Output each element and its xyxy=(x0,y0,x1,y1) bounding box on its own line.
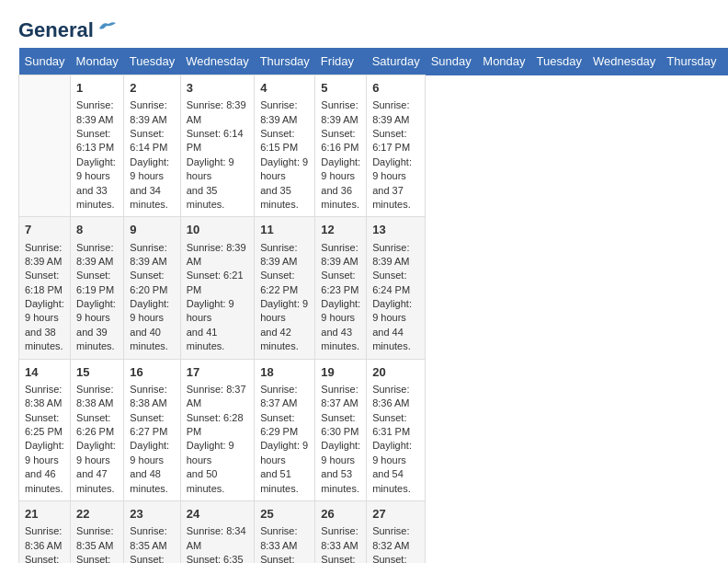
day-info: Sunset: 6:13 PM xyxy=(76,127,118,155)
day-number: 17 xyxy=(187,364,248,381)
day-info: Sunrise: 8:38 AM xyxy=(76,383,118,411)
day-info: Sunrise: 8:33 AM xyxy=(260,524,309,553)
calendar-cell: 1Sunrise: 8:39 AMSunset: 6:13 PMDaylight… xyxy=(71,75,124,217)
day-info: Sunrise: 8:35 AM xyxy=(130,524,174,553)
calendar-cell: 3Sunrise: 8:39 AMSunset: 6:14 PMDaylight… xyxy=(180,75,254,217)
col-header-thursday: Thursday xyxy=(661,48,722,75)
day-info: Daylight: 9 hours xyxy=(130,439,174,467)
day-info: and 39 minutes. xyxy=(76,326,118,354)
day-number: 12 xyxy=(321,222,360,238)
col-header-wednesday: Wednesday xyxy=(180,48,254,75)
day-number: 1 xyxy=(76,80,118,97)
day-info: Sunset: 6:35 PM xyxy=(187,553,248,563)
calendar-cell: 15Sunrise: 8:38 AMSunset: 6:26 PMDayligh… xyxy=(71,359,124,500)
day-info: Sunrise: 8:38 AM xyxy=(25,383,64,411)
day-info: and 35 minutes. xyxy=(187,184,248,213)
calendar-week-row: 14Sunrise: 8:38 AMSunset: 6:25 PMDayligh… xyxy=(19,359,729,500)
day-info: Sunrise: 8:39 AM xyxy=(321,98,360,127)
day-info: Sunset: 6:37 PM xyxy=(321,553,360,563)
day-info: Daylight: 9 hours xyxy=(130,155,174,184)
col-header-sunday: Sunday xyxy=(19,48,71,75)
calendar-cell: 8Sunrise: 8:39 AMSunset: 6:19 PMDaylight… xyxy=(71,217,124,359)
col-header-monday: Monday xyxy=(477,48,530,75)
day-number: 18 xyxy=(260,364,309,381)
day-number: 7 xyxy=(25,222,64,238)
day-info: Sunset: 6:28 PM xyxy=(187,411,248,440)
day-info: and 53 minutes. xyxy=(321,467,360,496)
day-info: Daylight: 9 hours xyxy=(187,439,248,467)
day-info: and 47 minutes. xyxy=(76,467,118,496)
day-info: Daylight: 9 hours xyxy=(260,439,309,467)
col-header-tuesday: Tuesday xyxy=(531,48,587,75)
calendar-cell: 6Sunrise: 8:39 AMSunset: 6:17 PMDaylight… xyxy=(367,75,426,217)
day-info: and 51 minutes. xyxy=(260,467,309,496)
day-info: Sunrise: 8:38 AM xyxy=(130,383,174,411)
day-info: Daylight: 9 hours xyxy=(130,297,174,326)
calendar-cell: 22Sunrise: 8:35 AMSunset: 6:33 PMDayligh… xyxy=(71,500,124,563)
day-number: 26 xyxy=(321,506,360,523)
day-info: Sunrise: 8:39 AM xyxy=(260,241,309,270)
day-info: Sunrise: 8:39 AM xyxy=(130,241,174,270)
day-info: Sunrise: 8:39 AM xyxy=(372,98,419,127)
day-number: 21 xyxy=(25,506,64,523)
day-info: Sunrise: 8:32 AM xyxy=(372,524,419,553)
calendar-cell: 7Sunrise: 8:39 AMSunset: 6:18 PMDaylight… xyxy=(19,217,71,359)
day-info: Daylight: 9 hours xyxy=(187,155,248,184)
day-number: 3 xyxy=(187,80,248,97)
day-info: and 40 minutes. xyxy=(130,326,174,354)
calendar-cell: 19Sunrise: 8:37 AMSunset: 6:30 PMDayligh… xyxy=(315,359,367,500)
col-header-thursday: Thursday xyxy=(255,48,315,75)
day-info: Sunset: 6:30 PM xyxy=(321,411,360,440)
day-info: Sunrise: 8:39 AM xyxy=(76,98,118,127)
day-info: Sunset: 6:39 PM xyxy=(372,553,419,563)
day-info: Sunrise: 8:37 AM xyxy=(321,383,360,411)
day-info: Sunset: 6:31 PM xyxy=(372,411,419,440)
day-number: 5 xyxy=(321,80,360,97)
day-info: and 35 minutes. xyxy=(260,184,309,213)
day-info: Sunrise: 8:33 AM xyxy=(321,524,360,553)
calendar-cell: 27Sunrise: 8:32 AMSunset: 6:39 PMDayligh… xyxy=(367,500,426,563)
day-info: Sunset: 6:26 PM xyxy=(76,411,118,440)
calendar-cell: 9Sunrise: 8:39 AMSunset: 6:20 PMDaylight… xyxy=(124,217,180,359)
day-info: Sunset: 6:29 PM xyxy=(260,411,309,440)
day-number: 15 xyxy=(76,364,118,381)
day-info: Sunrise: 8:39 AM xyxy=(76,241,118,270)
day-info: Sunset: 6:20 PM xyxy=(130,269,174,297)
logo-bird-icon xyxy=(96,19,116,38)
page-header: General xyxy=(18,18,710,39)
day-info: Daylight: 9 hours xyxy=(321,439,360,467)
day-info: Daylight: 9 hours xyxy=(76,439,118,467)
day-info: Sunset: 6:14 PM xyxy=(187,127,248,155)
calendar-week-row: 7Sunrise: 8:39 AMSunset: 6:18 PMDaylight… xyxy=(19,217,729,359)
col-header-friday: Friday xyxy=(315,48,367,75)
day-number: 4 xyxy=(260,80,309,97)
day-info: Daylight: 9 hours xyxy=(321,297,360,326)
col-header-saturday: Saturday xyxy=(367,48,426,75)
day-info: Daylight: 9 hours xyxy=(25,439,64,467)
calendar-cell: 24Sunrise: 8:34 AMSunset: 6:35 PMDayligh… xyxy=(180,500,254,563)
calendar-cell: 18Sunrise: 8:37 AMSunset: 6:29 PMDayligh… xyxy=(255,359,315,500)
day-info: Sunset: 6:16 PM xyxy=(321,127,360,155)
day-info: and 42 minutes. xyxy=(260,326,309,354)
day-number: 9 xyxy=(130,222,174,238)
day-info: and 37 minutes. xyxy=(372,184,419,213)
day-info: Sunset: 6:24 PM xyxy=(372,269,419,297)
day-info: Sunset: 6:25 PM xyxy=(25,411,64,440)
day-info: Daylight: 9 hours xyxy=(321,155,360,184)
day-number: 13 xyxy=(372,222,419,238)
day-info: Sunrise: 8:39 AM xyxy=(130,98,174,127)
day-info: Sunset: 6:23 PM xyxy=(321,269,360,297)
day-number: 10 xyxy=(187,222,248,238)
calendar-cell: 11Sunrise: 8:39 AMSunset: 6:22 PMDayligh… xyxy=(255,217,315,359)
calendar-cell: 17Sunrise: 8:37 AMSunset: 6:28 PMDayligh… xyxy=(180,359,254,500)
day-info: Sunrise: 8:39 AM xyxy=(187,241,248,270)
day-info: and 34 minutes. xyxy=(130,184,174,213)
calendar-cell: 23Sunrise: 8:35 AMSunset: 6:34 PMDayligh… xyxy=(124,500,180,563)
day-info: Sunrise: 8:36 AM xyxy=(25,524,64,553)
day-info: Sunset: 6:27 PM xyxy=(130,411,174,440)
day-info: and 44 minutes. xyxy=(372,326,419,354)
day-info: Sunset: 6:17 PM xyxy=(372,127,419,155)
day-info: Sunrise: 8:39 AM xyxy=(260,98,309,127)
calendar-table: SundayMondayTuesdayWednesdayThursdayFrid… xyxy=(18,48,728,563)
day-number: 11 xyxy=(260,222,309,238)
